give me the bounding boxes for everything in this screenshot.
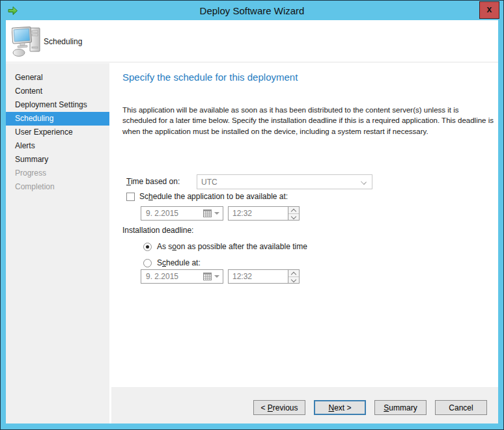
calendar-icon [203, 273, 212, 280]
asap-radio-label: As soon as possible after the available … [157, 242, 307, 251]
sidebar-item-completion: Completion [6, 180, 109, 194]
time-spinner-buttons[interactable] [288, 207, 299, 220]
sidebar-item-progress: Progress [6, 167, 109, 180]
schedule-at-radio[interactable] [143, 259, 152, 267]
time-based-on-value: UTC [201, 178, 217, 187]
schedule-at-radio-label: Schedule at: [157, 258, 201, 267]
deadline-time-spinner[interactable]: 12:32 [228, 269, 300, 284]
schedule-available-checkbox[interactable] [126, 193, 135, 201]
sidebar-item-scheduling[interactable]: Scheduling [6, 112, 109, 126]
sidebar-item-general[interactable]: General [6, 71, 109, 85]
page-description: This application will be available as so… [122, 105, 495, 137]
computer-icon [12, 25, 42, 57]
spin-down-icon[interactable] [288, 277, 299, 284]
time-spinner-buttons[interactable] [288, 270, 299, 283]
previous-button[interactable]: < Previous [253, 400, 305, 415]
spin-up-icon[interactable] [288, 207, 299, 214]
wizard-footer: < Previous Next > Summary Cancel [111, 386, 498, 423]
deploy-software-wizard-window: Deploy Software Wizard x [0, 0, 504, 430]
next-button[interactable]: Next > [314, 400, 366, 415]
available-date-picker[interactable]: 9. 2.2015 [141, 206, 223, 221]
available-date-value: 9. 2.2015 [141, 209, 203, 218]
close-icon: x [487, 4, 492, 14]
sidebar-item-summary[interactable]: Summary [6, 153, 109, 167]
window-title: Deploy Software Wizard [200, 5, 305, 16]
schedule-available-label: Schedule the application to be available… [139, 192, 288, 201]
page-title: Scheduling [44, 37, 82, 46]
time-based-on-select[interactable]: UTC [197, 174, 372, 189]
page-heading: Specify the schedule for this deployment [122, 72, 298, 83]
installation-deadline-label: Installation deadline: [122, 226, 193, 235]
sidebar-item-content[interactable]: Content [6, 85, 109, 98]
summary-button[interactable]: Summary [374, 400, 427, 415]
dropdown-arrow-icon [214, 212, 219, 215]
dropdown-arrow-icon [214, 275, 219, 278]
wizard-frame: Scheduling General Content Deployment Se… [6, 20, 498, 423]
close-button[interactable]: x [479, 1, 499, 19]
sidebar-item-alerts[interactable]: Alerts [6, 139, 109, 153]
sidebar-item-user-experience[interactable]: User Experience [6, 126, 109, 139]
wizard-sidebar: General Content Deployment Settings Sche… [6, 63, 111, 423]
spin-down-icon[interactable] [288, 214, 299, 221]
deadline-time-value: 12:32 [229, 272, 288, 281]
wizard-header: Scheduling [6, 20, 498, 62]
sidebar-item-deployment-settings[interactable]: Deployment Settings [6, 98, 109, 112]
scheduling-page: Specify the schedule for this deployment… [111, 63, 498, 386]
titlebar: Deploy Software Wizard x [1, 1, 503, 20]
available-time-value: 12:32 [229, 209, 288, 218]
deadline-date-value: 9. 2.2015 [141, 272, 203, 281]
cancel-button[interactable]: Cancel [435, 400, 487, 415]
deadline-date-picker[interactable]: 9. 2.2015 [141, 269, 223, 284]
spin-up-icon[interactable] [288, 270, 299, 277]
chevron-down-icon [361, 179, 367, 185]
time-based-on-label: Time based on: [126, 177, 180, 186]
available-time-spinner[interactable]: 12:32 [228, 206, 300, 221]
wizard-arrow-icon [7, 5, 18, 16]
calendar-icon [203, 209, 212, 217]
asap-radio[interactable] [143, 243, 152, 251]
